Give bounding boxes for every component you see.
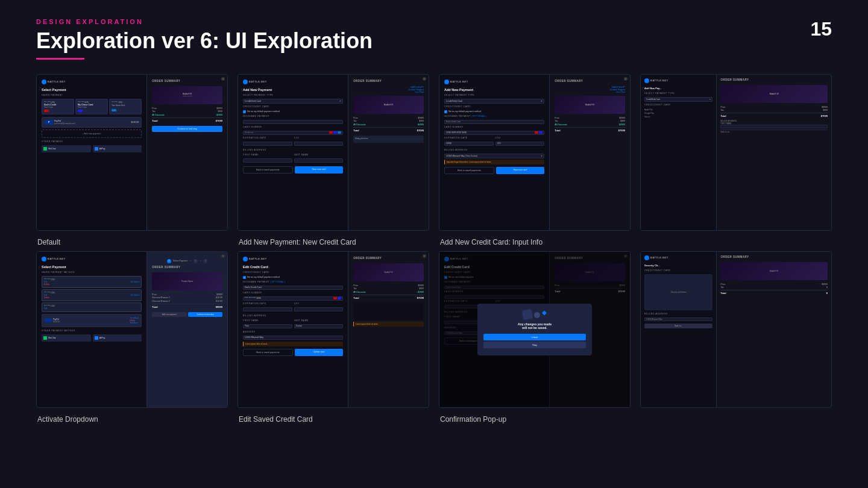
bnet-icon-1 bbox=[42, 80, 46, 84]
confirmation-popup: Any changes you madewill not be saved. L… bbox=[477, 304, 592, 355]
screen-frame-edit: BATTLE.NET Edit Credit Card CREDIT/DEBIT… bbox=[237, 251, 429, 408]
screen-frame-add-new: BATTLE.NET Add New Payment SELECT PAYMEN… bbox=[237, 74, 429, 231]
screen-group-partial-2: BATTLE.NET Security Ch... CREDIT/DEBIT C… bbox=[640, 251, 832, 424]
screen-label-default: Default bbox=[36, 238, 228, 246]
screen-group-dropdown: BATTLE.NET Select Payment SAVED PAYMENT … bbox=[36, 251, 228, 424]
bottom-screens-row: BATTLE.NET Select Payment SAVED PAYMENT … bbox=[36, 251, 832, 424]
other-section-1: OTHER PAYMENT WeChat AliPay bbox=[42, 140, 142, 154]
mock-right-dropdown: 1 Select Payment → 2 → 3 ORDER SUMMARY P… bbox=[147, 252, 227, 407]
mock-right-edit: ORDER SUMMARY Diablo® IV Price$9999 Tax$… bbox=[348, 252, 429, 407]
screen-label-add-new: Add New Payment: New Credit Card bbox=[237, 238, 429, 246]
close-btn-5[interactable]: × bbox=[221, 254, 225, 258]
page-container: DESIGN EXPLORATION Exploration ver 6: UI… bbox=[0, 0, 868, 488]
confirmation-popup-overlay: Any changes you madewill not be saved. L… bbox=[439, 252, 630, 407]
screen-label-edit: Edit Saved Credit Card bbox=[237, 415, 429, 424]
mock-right-add-new: ORDER SUMMARY NEED HELP?Contact SupportL… bbox=[348, 75, 429, 230]
screen-group-partial-1: BATTLE.NET Add New Pay... SELECT PAYMENT… bbox=[640, 74, 832, 246]
mock-left-input-info: BATTLE.NET Add New Payment SELECT PAYMEN… bbox=[439, 75, 550, 230]
mock-right-input-info: ORDER SUMMARY NEED HELP?Contact SupportL… bbox=[550, 75, 630, 230]
screen-frame-input-info: BATTLE.NET Add New Payment SELECT PAYMEN… bbox=[439, 74, 631, 231]
saved-payment-label-1: SAVED PAYMENT bbox=[42, 94, 142, 96]
screen-label-dropdown: Activate Dropdown bbox=[36, 415, 228, 424]
mock-left-add-new: BATTLE.NET Add New Payment SELECT PAYMEN… bbox=[238, 75, 348, 230]
paypal-row-1: P PayPal your.email@example.com $120.50 bbox=[42, 117, 142, 128]
close-btn-2[interactable]: × bbox=[423, 77, 426, 81]
card-dads-1: **** **** 1234 Dad's Credit Tom Cruise bbox=[42, 99, 74, 114]
mock-left-dropdown: BATTLE.NET Select Payment SAVED PAYMENT … bbox=[37, 252, 147, 407]
screen-group-default: BATTLE.NET Select Payment SAVED PAYMENT … bbox=[36, 74, 228, 246]
add-card-1: + Add new payment bbox=[42, 130, 142, 138]
mock-right-default: ORDER SUMMARY Diablo® IV Digital Deluxe … bbox=[147, 75, 227, 230]
mock-screen-popup: BATTLE.NET Edit Credit Card CREDIT/DEBIT… bbox=[439, 252, 630, 407]
mock-left-edit: BATTLE.NET Edit Credit Card CREDIT/DEBIT… bbox=[238, 252, 348, 407]
stay-button[interactable]: Stay bbox=[483, 342, 586, 348]
screen-frame-partial-1: BATTLE.NET Add New Pay... SELECT PAYMENT… bbox=[640, 74, 832, 231]
screen-label-input-info: Add New Credit Card: Input Info bbox=[439, 238, 631, 246]
mock-screen-default: BATTLE.NET Select Payment SAVED PAYMENT … bbox=[37, 75, 227, 230]
page-number: 15 bbox=[810, 18, 832, 40]
design-exploration-label: DESIGN EXPLORATION bbox=[36, 18, 832, 25]
continue-btn-1[interactable]: Continue to next step bbox=[152, 126, 222, 132]
mock-screen-edit: BATTLE.NET Edit Credit Card CREDIT/DEBIT… bbox=[238, 252, 429, 407]
mock-screen-input-info: BATTLE.NET Add New Payment SELECT PAYMEN… bbox=[439, 75, 630, 230]
title-underline bbox=[36, 58, 84, 60]
close-btn-1[interactable]: × bbox=[221, 77, 225, 81]
card-chase-1: **** **** 5678 My Chase Card Tom Cruise bbox=[75, 99, 108, 114]
top-screens-row: BATTLE.NET Select Payment SAVED PAYMENT … bbox=[36, 74, 832, 246]
select-payment-title-1: Select Payment bbox=[42, 88, 142, 92]
page-title: Exploration ver 6: UI Exploration bbox=[36, 29, 832, 53]
screen-label-popup: Confirmation Pop-up bbox=[439, 415, 631, 424]
screen-group-add-new: BATTLE.NET Add New Payment SELECT PAYMEN… bbox=[237, 74, 429, 246]
close-btn-6[interactable]: × bbox=[423, 254, 426, 258]
mock-screen-add-new: BATTLE.NET Add New Payment SELECT PAYMEN… bbox=[238, 75, 429, 230]
mock-screen-partial-2: BATTLE.NET Security Ch... CREDIT/DEBIT C… bbox=[641, 252, 831, 407]
header-section: DESIGN EXPLORATION Exploration ver 6: UI… bbox=[36, 18, 832, 60]
screen-frame-default: BATTLE.NET Select Payment SAVED PAYMENT … bbox=[36, 74, 228, 231]
mock-screen-partial-1: BATTLE.NET Add New Pay... SELECT PAYMENT… bbox=[641, 75, 831, 230]
screen-group-edit: BATTLE.NET Edit Credit Card CREDIT/DEBIT… bbox=[237, 251, 429, 424]
screen-frame-dropdown: BATTLE.NET Select Payment SAVED PAYMENT … bbox=[36, 251, 228, 408]
bnet-text-1: BATTLE.NET bbox=[48, 80, 66, 83]
battlenet-logo-1: BATTLE.NET bbox=[42, 80, 142, 84]
close-btn-3[interactable]: × bbox=[624, 77, 627, 81]
card-last-1: **** **** 1234 Your Name Here bbox=[109, 99, 142, 114]
screen-frame-popup: BATTLE.NET Edit Credit Card CREDIT/DEBIT… bbox=[439, 251, 631, 408]
screen-group-popup: BATTLE.NET Edit Credit Card CREDIT/DEBIT… bbox=[439, 251, 631, 424]
screen-group-input-info: BATTLE.NET Add New Payment SELECT PAYMEN… bbox=[439, 74, 631, 246]
leave-button[interactable]: Leave bbox=[483, 334, 586, 340]
mock-screen-dropdown: BATTLE.NET Select Payment SAVED PAYMENT … bbox=[37, 252, 227, 407]
popup-title: Any changes you madewill not be saved. bbox=[483, 322, 586, 330]
cards-panel-1: **** **** 1234 Dad's Credit Tom Cruise *… bbox=[42, 99, 142, 114]
screen-frame-partial-2: BATTLE.NET Security Ch... CREDIT/DEBIT C… bbox=[640, 251, 832, 408]
mock-left-default: BATTLE.NET Select Payment SAVED PAYMENT … bbox=[37, 75, 147, 230]
